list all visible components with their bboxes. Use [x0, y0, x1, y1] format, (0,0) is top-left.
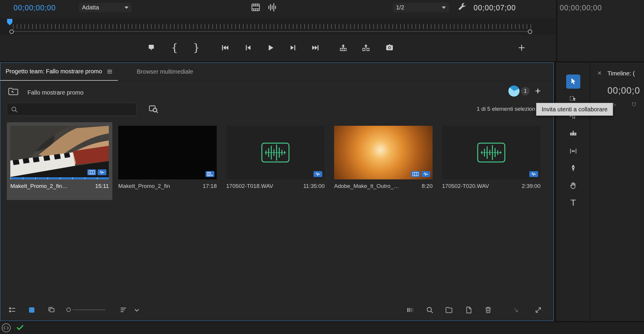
new-item-button[interactable]: [463, 305, 474, 315]
zoom-scrollbar-left-handle[interactable]: [9, 29, 14, 34]
zoom-slider-handle[interactable]: [66, 307, 71, 312]
type-tool-icon: T: [571, 198, 576, 207]
audio-thumbnail[interactable]: [226, 126, 325, 179]
lift-button[interactable]: [337, 41, 350, 54]
snap-icon[interactable]: [630, 101, 638, 108]
media-item-duration: 17:18: [203, 183, 217, 189]
drag-audio-icon[interactable]: [267, 2, 277, 12]
automate-to-sequence-button[interactable]: [405, 305, 415, 315]
media-item[interactable]: 170502-T018.WAV 11:35:00: [223, 122, 328, 200]
playback-resolution-select[interactable]: 1/2: [392, 2, 450, 13]
audio-badge-icon: [529, 171, 538, 177]
search-field-container: [7, 103, 137, 116]
media-item[interactable]: MakeIt_Promo_2_fin 17:18: [115, 122, 220, 200]
panel-tab-bar: Progetto team: Fallo mostrare promo Brow…: [0, 63, 553, 81]
monitor-time-ruler[interactable]: [0, 18, 556, 35]
timeline-panel: × Timeline: ( 00;00;0: [590, 62, 644, 321]
invite-collaborators-button[interactable]: +: [535, 86, 541, 96]
collaborator-avatar[interactable]: [508, 85, 520, 97]
media-type-badges: [313, 171, 322, 177]
media-type-badges: [206, 171, 214, 177]
media-item[interactable]: 170502-T020.WAV 2:39:00: [438, 122, 544, 200]
media-item[interactable]: MakeIt_Promo_2_fin… 15:11: [7, 122, 112, 200]
list-view-button[interactable]: [7, 305, 17, 315]
breadcrumb[interactable]: Fallo mostrare promo: [27, 89, 83, 96]
media-item-name: 170502-T018.WAV: [226, 183, 273, 189]
creative-cloud-sync-icon[interactable]: [1, 323, 11, 333]
audio-thumbnail[interactable]: [442, 126, 540, 179]
media-type-badges: [411, 171, 430, 177]
type-tool[interactable]: T: [566, 196, 580, 210]
mark-out-button[interactable]: }: [190, 41, 203, 54]
playback-resolution-value: 1/2: [396, 4, 404, 11]
waveform-icon: [477, 143, 505, 163]
close-panel-icon[interactable]: ×: [597, 69, 602, 77]
current-timecode[interactable]: 00;00;00;00: [14, 4, 56, 12]
expand-panel-icon[interactable]: [533, 305, 543, 315]
add-button-monitor[interactable]: [515, 41, 528, 54]
sync-success-check-icon: [16, 323, 24, 332]
step-forward-button[interactable]: [287, 41, 300, 54]
timeline-timecode[interactable]: 00;00;0: [607, 85, 640, 96]
add-marker-button[interactable]: [145, 41, 158, 54]
icon-view-button[interactable]: [26, 305, 37, 315]
parent-folder-icon[interactable]: [8, 87, 19, 96]
collaborator-count-badge: 1: [521, 87, 530, 96]
tab-project-label: Progetto team: Fallo mostrare promo: [6, 68, 102, 75]
video-thumbnail[interactable]: [10, 126, 109, 179]
selection-tool[interactable]: [566, 75, 580, 89]
find-button[interactable]: [424, 305, 435, 315]
new-bin-button[interactable]: [443, 305, 454, 315]
video-thumbnail[interactable]: [118, 126, 217, 179]
slip-tool[interactable]: [566, 144, 580, 158]
ruler-ticks: [13, 24, 531, 29]
duration-timecode: 00;00;07;00: [474, 4, 516, 12]
settings-wrench-icon[interactable]: [457, 2, 467, 12]
audio-badge-icon: [98, 169, 106, 175]
extract-button[interactable]: [359, 41, 372, 54]
zoom-slider-track[interactable]: [73, 310, 106, 310]
sort-icons-button[interactable]: [118, 305, 129, 315]
media-item-duration: 8:20: [422, 183, 433, 189]
tab-media-browser[interactable]: Browser multimediale: [132, 63, 198, 81]
tooltip-text: Invita utenti a collaborare: [542, 106, 607, 113]
video-thumbnail[interactable]: [334, 126, 433, 179]
zoom-scrollbar[interactable]: [14, 31, 530, 32]
audio-badge-icon: [421, 171, 430, 177]
pen-tool[interactable]: [566, 161, 580, 175]
search-input[interactable]: [20, 103, 135, 115]
freeform-view-button[interactable]: [46, 305, 57, 315]
search-in-bin-icon[interactable]: [149, 104, 159, 114]
media-item-name: MakeIt_Promo_2_fin…: [10, 183, 68, 189]
panel-menu-icon[interactable]: [107, 69, 113, 74]
video-badge-icon: [87, 169, 96, 175]
timeline-header-panel: 00;00;00;00: [557, 0, 644, 61]
step-back-button[interactable]: [241, 41, 254, 54]
timeline-tab-label[interactable]: Timeline: (: [607, 70, 635, 77]
play-button[interactable]: [264, 41, 277, 54]
clear-trash-button[interactable]: [483, 305, 493, 315]
go-to-in-button[interactable]: [218, 41, 231, 54]
zoom-level-select[interactable]: Adatta: [78, 2, 132, 13]
media-item-duration: 15:11: [95, 183, 109, 189]
mark-in-button[interactable]: {: [168, 41, 181, 54]
hand-tool[interactable]: [566, 178, 580, 193]
chevron-down-icon: [124, 6, 129, 9]
export-frame-button[interactable]: [383, 41, 396, 54]
drag-handle-icon[interactable]: [510, 305, 521, 315]
drag-video-icon[interactable]: [251, 2, 261, 12]
search-icon: [11, 106, 18, 113]
media-type-badges: [87, 169, 106, 175]
tab-project-team[interactable]: Progetto team: Fallo mostrare promo: [0, 63, 118, 81]
zoom-scrollbar-right-handle[interactable]: [528, 29, 532, 34]
media-item-name: Adobe_Make_It_Outro_…: [334, 183, 399, 189]
media-item-name: 170502-T020.WAV: [442, 183, 489, 189]
media-item[interactable]: Adobe_Make_It_Outro_… 8:20: [331, 122, 436, 200]
go-to-out-button[interactable]: [309, 41, 322, 54]
zoom-level-value: Adatta: [82, 4, 99, 11]
playhead-marker[interactable]: [7, 19, 12, 23]
audio-badge-icon: [313, 171, 322, 177]
razor-tool[interactable]: [566, 127, 580, 141]
sort-chevron-icon[interactable]: [133, 305, 141, 315]
timeline-top-timecode: 00;00;00;00: [560, 4, 602, 12]
